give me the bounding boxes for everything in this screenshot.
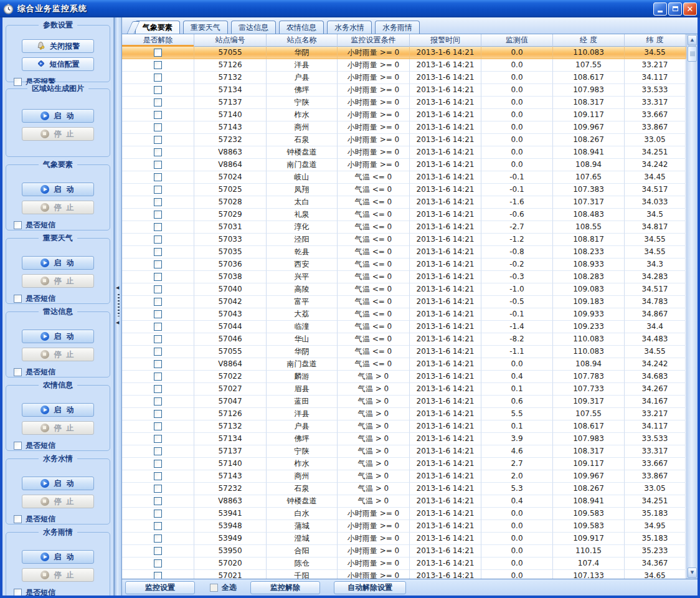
table-row[interactable]: 57036西安气温 <= 02013-1-6 14:21-0.2108.9333… [122, 259, 686, 271]
start-button[interactable]: 启 动 [22, 109, 94, 123]
release-checkbox[interactable] [154, 310, 162, 318]
table-row[interactable]: V8864南门盘道气温 <= 02013-1-6 14:210.0108.943… [122, 358, 686, 371]
release-checkbox[interactable] [154, 497, 162, 505]
alarm-enabled-checkbox[interactable] [14, 78, 22, 86]
release-checkbox[interactable] [154, 136, 162, 144]
release-checkbox[interactable] [154, 223, 162, 231]
table-row[interactable]: 57134佛坪气温 > 02013-1-6 14:213.9107.98333.… [122, 433, 686, 445]
release-checkbox[interactable] [154, 298, 162, 306]
release-checkbox[interactable] [154, 211, 162, 219]
table-row[interactable]: 57025凤翔气温 <= 02013-1-6 14:21-0.1107.3833… [122, 184, 686, 196]
close-alarm-button[interactable]: 关闭报警 [22, 39, 94, 53]
select-all-checkbox[interactable] [210, 584, 218, 592]
table-row[interactable]: 57134佛坪小时雨量 >= 02013-1-6 14:210.0107.983… [122, 84, 686, 97]
table-row[interactable]: 57140柞水小时雨量 >= 02013-1-6 14:210.0109.117… [122, 109, 686, 121]
table-row[interactable]: 57035乾县气温 <= 02013-1-6 14:21-0.8108.2333… [122, 246, 686, 259]
table-row[interactable]: V8863钟楼盘道气温 > 02013-1-6 14:210.4108.9413… [122, 495, 686, 508]
header-cell-longitude[interactable]: 经 度 [553, 34, 625, 47]
start-button[interactable]: 启 动 [22, 330, 94, 343]
release-checkbox[interactable] [154, 348, 162, 356]
stop-button[interactable]: 停 止 [22, 421, 94, 435]
release-checkbox[interactable] [154, 285, 162, 293]
table-row[interactable]: 57137宁陕气温 > 02013-1-6 14:214.6108.31733.… [122, 445, 686, 458]
release-checkbox[interactable] [154, 61, 162, 69]
header-cell-station-id[interactable]: 站点编号 [194, 34, 267, 47]
table-row[interactable]: 53949澄城小时雨量 >= 02013-1-6 14:210.0109.917… [122, 533, 686, 545]
monitor-set-button[interactable]: 监控设置 [125, 581, 195, 594]
release-checkbox[interactable] [154, 360, 162, 368]
table-row[interactable]: 57143商州小时雨量 >= 02013-1-6 14:210.0109.967… [122, 121, 686, 134]
scroll-down-button[interactable]: ▼ [688, 567, 697, 578]
sms-checkbox[interactable] [14, 295, 22, 303]
table-row[interactable]: 57038兴平气温 <= 02013-1-6 14:21-0.3108.2833… [122, 271, 686, 283]
release-checkbox[interactable] [154, 123, 162, 131]
header-cell-release[interactable]: 是否解除 [122, 34, 194, 47]
table-row[interactable]: V8864南门盘道小时雨量 >= 02013-1-6 14:210.0108.9… [122, 159, 686, 171]
sms-checkbox[interactable] [14, 221, 22, 229]
table-row[interactable]: 57132户县气温 > 02013-1-6 14:210.1108.61734.… [122, 420, 686, 433]
table-row[interactable]: V8863钟楼盘道小时雨量 >= 02013-1-6 14:210.0108.9… [122, 146, 686, 159]
table-row[interactable]: 57027眉县气温 > 02013-1-6 14:210.1107.73334.… [122, 383, 686, 396]
monitor-release-button[interactable]: 监控解除 [250, 581, 320, 594]
start-button[interactable]: 启 动 [22, 550, 94, 564]
table-row[interactable]: 57031淳化气温 <= 02013-1-6 14:21-2.7108.5534… [122, 221, 686, 234]
table-row[interactable]: 57024岐山气温 <= 02013-1-6 14:21-0.1107.6534… [122, 171, 686, 184]
table-row[interactable]: 57028太白气温 <= 02013-1-6 14:21-1.6107.3173… [122, 196, 686, 209]
release-checkbox[interactable] [154, 485, 162, 493]
table-row[interactable]: 57042富平气温 <= 02013-1-6 14:21-0.5109.1833… [122, 296, 686, 308]
release-checkbox[interactable] [154, 547, 162, 555]
release-checkbox[interactable] [154, 173, 162, 181]
release-checkbox[interactable] [154, 186, 162, 194]
release-checkbox[interactable] [154, 460, 162, 468]
start-button[interactable]: 启 动 [22, 403, 94, 417]
release-checkbox[interactable] [154, 273, 162, 281]
release-checkbox[interactable] [154, 148, 162, 156]
header-cell-condition[interactable]: 监控设置条件 [338, 34, 410, 47]
release-checkbox[interactable] [154, 248, 162, 256]
release-checkbox[interactable] [154, 161, 162, 169]
sms-checkbox[interactable] [14, 589, 22, 596]
tab-1[interactable]: 重要天气 [183, 21, 228, 34]
release-checkbox[interactable] [154, 111, 162, 119]
table-row[interactable]: 57022麟游气温 > 02013-1-6 14:210.4107.78334.… [122, 371, 686, 383]
release-checkbox[interactable] [154, 98, 162, 107]
table-row[interactable]: 57047蓝田气温 > 02013-1-6 14:210.6109.31734.… [122, 396, 686, 408]
stop-button[interactable]: 停 止 [22, 127, 94, 141]
release-checkbox[interactable] [154, 522, 162, 530]
tab-5[interactable]: 水务雨情 [375, 21, 420, 34]
release-checkbox[interactable] [154, 534, 162, 543]
maximize-button[interactable] [668, 2, 682, 16]
stop-button[interactable]: 停 止 [22, 495, 94, 508]
splitter-grip[interactable] [118, 294, 120, 316]
sms-config-button[interactable]: 短信配置 [22, 57, 94, 71]
release-checkbox[interactable] [154, 198, 162, 206]
tab-2[interactable]: 雷达信息 [231, 21, 276, 34]
sidebar-splitter[interactable]: ◀ ◀ [114, 17, 122, 596]
stop-button[interactable]: 停 止 [22, 568, 94, 582]
start-button[interactable]: 启 动 [22, 256, 94, 270]
release-checkbox[interactable] [154, 447, 162, 455]
table-row[interactable]: 57043大荔气温 <= 02013-1-6 14:21-0.1109.9333… [122, 308, 686, 321]
table-row[interactable]: 57021千阳小时雨量 >= 02013-1-6 14:210.0107.133… [122, 570, 686, 579]
table-row[interactable]: 57140柞水气温 > 02013-1-6 14:212.7109.11733.… [122, 458, 686, 470]
tab-4[interactable]: 水务水情 [327, 21, 372, 34]
table-row[interactable]: 53948蒲城小时雨量 >= 02013-1-6 14:210.0109.583… [122, 520, 686, 533]
release-checkbox[interactable] [154, 49, 162, 57]
release-checkbox[interactable] [154, 260, 162, 268]
header-cell-latitude[interactable]: 纬 度 [625, 34, 686, 47]
release-checkbox[interactable] [154, 323, 162, 331]
scroll-up-button[interactable]: ▲ [688, 35, 697, 45]
release-checkbox[interactable] [154, 510, 162, 518]
table-row[interactable]: 57232石泉气温 > 02013-1-6 14:215.3108.26733.… [122, 483, 686, 495]
sms-checkbox[interactable] [14, 368, 22, 376]
release-checkbox[interactable] [154, 74, 162, 82]
table-row[interactable]: 57126洋县小时雨量 >= 02013-1-6 14:210.0107.553… [122, 59, 686, 72]
scroll-thumb[interactable] [688, 46, 697, 62]
header-cell-value[interactable]: 监测值 [481, 34, 553, 47]
table-row[interactable]: 57040高陵气温 <= 02013-1-6 14:21-1.0109.0833… [122, 283, 686, 296]
table-row[interactable]: 57046华山气温 <= 02013-1-6 14:21-8.2110.0833… [122, 333, 686, 346]
release-checkbox[interactable] [154, 559, 162, 567]
table-row[interactable]: 57029礼泉气温 <= 02013-1-6 14:21-0.6108.4833… [122, 209, 686, 221]
release-checkbox[interactable] [154, 385, 162, 393]
table-row[interactable]: 53950合阳小时雨量 >= 02013-1-6 14:210.0110.153… [122, 545, 686, 558]
